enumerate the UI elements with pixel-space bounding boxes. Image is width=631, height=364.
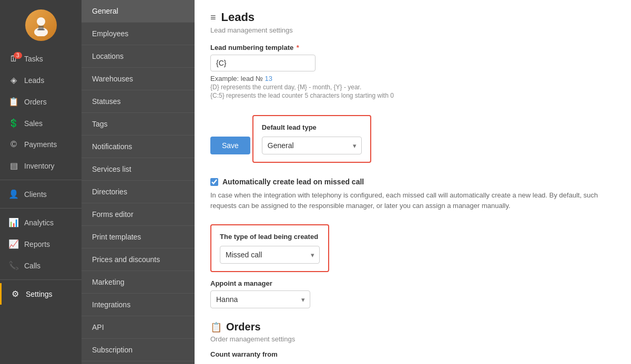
mid-item-api[interactable]: API [82, 316, 195, 339]
nav-item-sales[interactable]: 💲 Sales [0, 112, 82, 134]
orders-icon: 📋 [210, 321, 222, 333]
settings-icon: ⚙ [10, 289, 21, 299]
nav-label-analytics: Analytics [24, 219, 54, 227]
orders-icon: 📋 [8, 97, 19, 107]
mid-item-statuses[interactable]: Statuses [82, 90, 195, 113]
appoint-manager-select[interactable]: Hanna Unassigned [210, 290, 310, 308]
appoint-manager-group: Appoint a manager Hanna Unassigned [210, 279, 615, 308]
leads-section: ≡ Leads Lead management settings Lead nu… [210, 11, 615, 308]
mid-item-forms-editor[interactable]: Forms editor [82, 203, 195, 226]
nav-label-reports: Reports [24, 240, 50, 248]
calls-icon: 📞 [8, 261, 19, 271]
nav-item-clients[interactable]: 👤 Clients [0, 183, 82, 205]
nav-label-settings: Settings [26, 290, 53, 298]
hint-counter: {C:5} represents the lead counter 5 char… [210, 92, 615, 99]
leads-section-title: ≡ Leads [210, 11, 615, 24]
lead-being-created-title: The type of lead being created [220, 233, 320, 241]
auto-create-description: In case when the integration with teleph… [210, 190, 610, 211]
lead-numbering-example: Example: lead № 13 [210, 75, 615, 82]
nav-label-sales: Sales [24, 119, 43, 128]
leads-subtitle: Lead management settings [210, 26, 615, 34]
reports-icon: 📈 [8, 239, 19, 249]
auto-create-checkbox[interactable] [210, 178, 218, 186]
lead-being-created-select[interactable]: Missed call General Online booking Web f… [220, 246, 320, 264]
mid-item-print-templates[interactable]: Print templates [82, 226, 195, 248]
nav-item-tasks[interactable]: 🗓 Tasks 3 [0, 48, 82, 69]
orders-section: 📋 Orders Order management settings Count… [210, 321, 615, 358]
appoint-manager-label: Appoint a manager [210, 279, 615, 287]
mid-item-subscription[interactable]: Subscription [82, 339, 195, 361]
auto-create-label: Automatically create lead on missed call [222, 178, 364, 186]
clients-icon: 👤 [8, 189, 19, 199]
example-link[interactable]: 13 [265, 75, 272, 82]
save-button[interactable]: Save [210, 137, 250, 154]
nav-label-orders: Orders [24, 98, 47, 106]
nav-label-inventory: Inventory [24, 162, 55, 170]
svg-point-0 [37, 17, 45, 26]
avatar[interactable] [25, 9, 57, 41]
mid-item-integrations[interactable]: Integrations [82, 294, 195, 316]
orders-subtitle: Order management settings [210, 335, 615, 343]
mid-item-general[interactable]: General [82, 0, 195, 23]
mid-item-tags[interactable]: Tags [82, 113, 195, 136]
inventory-icon: ▤ [8, 161, 19, 171]
left-navigation: 🗓 Tasks 3 ◈ Leads 📋 Orders 💲 Sales © Pay… [0, 0, 82, 364]
sales-icon: 💲 [8, 118, 19, 128]
nav-label-leads: Leads [24, 76, 44, 85]
nav-item-reports[interactable]: 📈 Reports [0, 233, 82, 255]
nav-label-clients: Clients [24, 190, 47, 199]
leads-icon: ◈ [8, 75, 19, 85]
hint-day-month: {D} represents the current day, {M} - mo… [210, 84, 615, 91]
leads-title: Leads [221, 11, 255, 24]
count-warranty-label: Count warranty from [210, 350, 615, 358]
main-content: ≡ Leads Lead management settings Lead nu… [195, 0, 631, 364]
lead-numbering-group: Lead numbering template * Example: lead … [210, 44, 615, 99]
nav-item-calls[interactable]: 📞 Calls [0, 255, 82, 276]
nav-label-tasks: Tasks [24, 55, 43, 63]
payments-icon: © [8, 140, 19, 149]
default-lead-type-select-wrap: General Missed call Online booking Web f… [262, 137, 362, 154]
mid-item-notifications[interactable]: Notifications [82, 136, 195, 158]
required-asterisk: * [297, 44, 299, 51]
nav-item-inventory[interactable]: ▤ Inventory [0, 155, 82, 176]
mid-item-employees[interactable]: Employees [82, 23, 195, 45]
tasks-badge: 3 [14, 52, 22, 59]
nav-item-orders[interactable]: 📋 Orders [0, 91, 82, 112]
mid-item-services-list[interactable]: Services list [82, 158, 195, 181]
mid-item-directories[interactable]: Directories [82, 181, 195, 203]
orders-section-title: 📋 Orders [210, 321, 615, 333]
nav-item-settings[interactable]: ⚙ Settings [0, 283, 82, 305]
nav-label-payments: Payments [24, 140, 57, 149]
mid-item-prices-discounts[interactable]: Prices and discounts [82, 248, 195, 271]
leads-section-icon: ≡ [210, 12, 216, 23]
svg-rect-3 [37, 29, 45, 30]
mid-item-marketing[interactable]: Marketing [82, 271, 195, 294]
mid-item-warehouses[interactable]: Warehouses [82, 68, 195, 90]
nav-divider-1 [0, 180, 82, 180]
default-lead-type-select[interactable]: General Missed call Online booking Web f… [262, 137, 362, 154]
mid-item-locations[interactable]: Locations [82, 45, 195, 68]
nav-divider-2 [0, 208, 82, 209]
orders-title: Orders [226, 321, 261, 333]
lead-being-created-select-wrap: Missed call General Online booking Web f… [220, 246, 320, 264]
nav-item-leads[interactable]: ◈ Leads [0, 69, 82, 91]
lead-being-created-section: The type of lead being created Missed ca… [210, 224, 329, 272]
default-lead-type-section: Default lead type General Missed call On… [252, 115, 371, 163]
auto-create-row: Automatically create lead on missed call [210, 178, 615, 186]
default-lead-type-title: Default lead type [262, 123, 362, 131]
avatar-area [0, 0, 82, 48]
lead-numbering-input[interactable] [210, 55, 316, 71]
appoint-manager-select-wrap: Hanna Unassigned [210, 290, 310, 308]
nav-item-payments[interactable]: © Payments [0, 134, 82, 155]
middle-navigation: General Employees Locations Warehouses S… [82, 0, 195, 364]
mid-item-referral-program[interactable]: Referral program [82, 361, 195, 364]
nav-label-calls: Calls [24, 262, 40, 270]
lead-numbering-label: Lead numbering template * [210, 44, 615, 51]
nav-item-analytics[interactable]: 📊 Analytics [0, 212, 82, 233]
analytics-icon: 📊 [8, 217, 19, 227]
nav-divider-3 [0, 279, 82, 280]
